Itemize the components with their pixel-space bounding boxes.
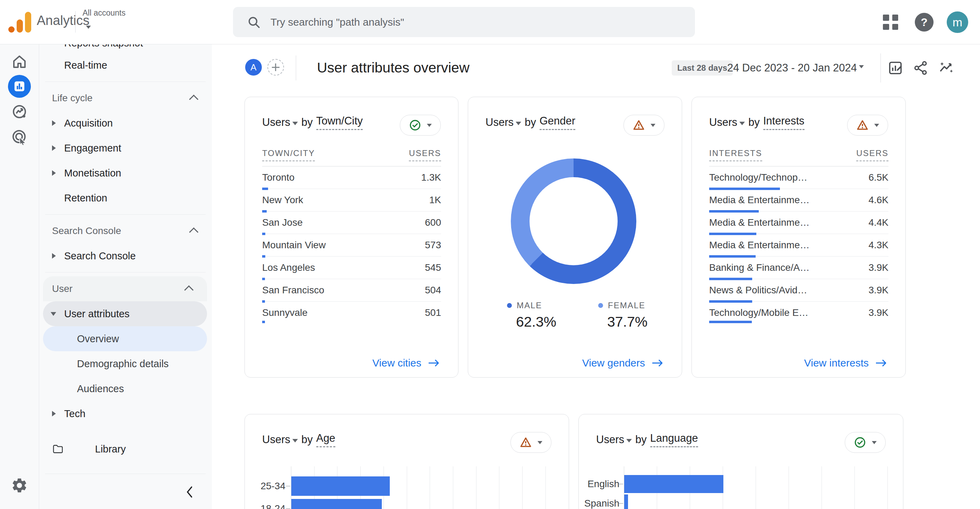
data-quality-dropdown[interactable] — [847, 115, 888, 135]
chevron-down-icon — [739, 122, 745, 125]
date-range-picker[interactable]: 24 Dec 2023 - 20 Jan 2024 — [727, 62, 857, 74]
row-value: 1.3K — [421, 172, 441, 183]
metric-selector[interactable]: Users — [709, 116, 737, 129]
workspace-badge[interactable]: A — [245, 59, 262, 76]
data-quality-dropdown[interactable] — [624, 115, 665, 135]
explore-icon[interactable] — [11, 103, 28, 120]
top-app-bar: Analytics All accounts Try searching "pa… — [0, 0, 980, 45]
dimension-selector[interactable]: Interests — [763, 115, 805, 130]
sidebar-item-user-attributes[interactable]: User attributes — [43, 301, 207, 326]
add-comparison-button[interactable] — [267, 59, 284, 76]
column-dimension[interactable]: TOWN/CITY — [262, 148, 315, 161]
row-label: Media & Entertainme… — [709, 194, 810, 205]
sidebar-section-life-cycle[interactable]: Life cycle — [39, 86, 212, 111]
column-metric[interactable]: USERS — [856, 148, 888, 161]
reports-icon[interactable] — [8, 75, 31, 98]
dimension-selector[interactable]: Gender — [539, 115, 575, 130]
expand-arrow-icon[interactable] — [52, 411, 56, 417]
metric-selector[interactable]: Users — [596, 433, 624, 446]
view-interests-link[interactable]: View interests — [804, 357, 888, 369]
sidebar-item-acquisition[interactable]: Acquisition — [39, 111, 212, 135]
metric-selector[interactable]: Users — [262, 433, 290, 446]
axis-tick — [619, 484, 623, 484]
expand-arrow-icon[interactable] — [52, 170, 56, 176]
search-icon — [247, 15, 261, 29]
expand-arrow-icon[interactable] — [52, 145, 56, 151]
sidebar-item-monetisation[interactable]: Monetisation — [39, 161, 212, 186]
row-label: Media & Entertainme… — [709, 240, 810, 251]
insights-icon[interactable] — [938, 60, 954, 76]
card-users-by-gender: Users by Gender MALE 62.3% — [468, 97, 682, 378]
table-row: Sunnyvale501 — [262, 302, 441, 324]
bar — [624, 475, 723, 493]
chevron-down-icon — [515, 122, 521, 125]
table-row: Media & Entertainme…4.4K — [709, 212, 888, 234]
home-icon[interactable] — [11, 53, 28, 70]
gridline — [430, 466, 430, 509]
sidebar-item-library[interactable]: Library — [39, 437, 212, 461]
sidebar-item-search-console[interactable]: Search Console — [39, 243, 212, 268]
table-row: Media & Entertainme…4.6K — [709, 189, 888, 212]
gridline — [499, 466, 500, 509]
metric-selector[interactable]: Users — [485, 116, 514, 129]
metric-selector[interactable]: Users — [262, 116, 290, 129]
search-input[interactable]: Try searching "path analysis" — [233, 7, 695, 37]
dimension-selector[interactable]: Language — [650, 432, 698, 447]
sidebar-section-search-console[interactable]: Search Console — [39, 218, 212, 243]
account-selector[interactable]: All accounts — [83, 8, 126, 17]
row-label: Technology/Technop… — [709, 172, 807, 183]
view-genders-link[interactable]: View genders — [582, 357, 664, 369]
profile-avatar[interactable]: m — [947, 11, 968, 33]
table-row: Mountain View573 — [262, 234, 441, 256]
sidebar-item-real-time[interactable]: Real-time — [39, 53, 212, 78]
column-dimension[interactable]: INTERESTS — [709, 148, 762, 161]
data-quality-dropdown[interactable] — [845, 432, 886, 453]
google-apps-grid-icon[interactable] — [883, 14, 898, 30]
row-label: Mountain View — [262, 240, 326, 251]
view-cities-link[interactable]: View cities — [372, 357, 440, 369]
gridline — [522, 466, 523, 509]
card-title: Users by Age — [262, 432, 335, 447]
date-preset-badge: Last 28 days — [672, 60, 733, 76]
left-navigation: Reports snapshotReal-timeLife cycleAcqui… — [0, 45, 212, 509]
advertising-icon[interactable] — [11, 129, 28, 145]
data-quality-dropdown[interactable] — [400, 115, 441, 135]
chevron-down-icon — [427, 124, 432, 127]
row-label: Toronto — [262, 172, 294, 183]
sidebar-item-overview[interactable]: Overview — [43, 326, 207, 351]
dimension-selector[interactable]: Town/City — [316, 115, 363, 130]
help-icon[interactable]: ? — [915, 13, 934, 32]
row-value: 504 — [425, 285, 441, 296]
gridline — [453, 466, 453, 509]
table-row: Banking & Finance/A…3.9K — [709, 256, 888, 279]
table-row: Technology/Technop…6.5K — [709, 166, 888, 189]
row-label: San Francisco — [262, 285, 324, 296]
collapse-sidebar-icon[interactable] — [185, 486, 194, 498]
share-icon[interactable] — [913, 60, 929, 76]
date-caret-icon[interactable] — [859, 65, 864, 68]
sidebar-item-audiences[interactable]: Audiences — [39, 376, 212, 401]
expand-arrow-icon[interactable] — [52, 120, 56, 126]
collapse-arrow-icon[interactable] — [51, 312, 56, 316]
data-quality-dropdown[interactable] — [511, 432, 551, 453]
card-title: Users by Gender — [485, 115, 575, 130]
sidebar-item-engagement[interactable]: Engagement — [39, 135, 212, 161]
page-title: User attributes overview — [317, 60, 469, 76]
sidebar-item-tech[interactable]: Tech — [39, 401, 212, 426]
sidebar-item-retention[interactable]: Retention — [39, 186, 212, 210]
row-value: 3.9K — [868, 307, 888, 318]
gear-icon[interactable] — [11, 477, 28, 494]
expand-arrow-icon[interactable] — [52, 253, 56, 259]
bar-chart-icon — [14, 80, 25, 92]
dimension-selector[interactable]: Age — [316, 432, 335, 447]
customize-report-icon[interactable] — [888, 60, 904, 76]
chevron-down-icon — [651, 124, 655, 127]
row-value: 501 — [425, 307, 441, 318]
sidebar-item-demographic-details[interactable]: Demographic details — [39, 351, 212, 376]
card-users-by-language: Users by Language EnglishSpanish — [578, 414, 904, 509]
sidebar-item-clipped: Reports snapshot — [64, 45, 212, 49]
analytics-logo-icon[interactable] — [8, 11, 31, 33]
row-value: 4.6K — [868, 194, 888, 205]
sidebar-section-user[interactable]: User — [43, 276, 207, 301]
column-metric[interactable]: USERS — [409, 148, 441, 161]
